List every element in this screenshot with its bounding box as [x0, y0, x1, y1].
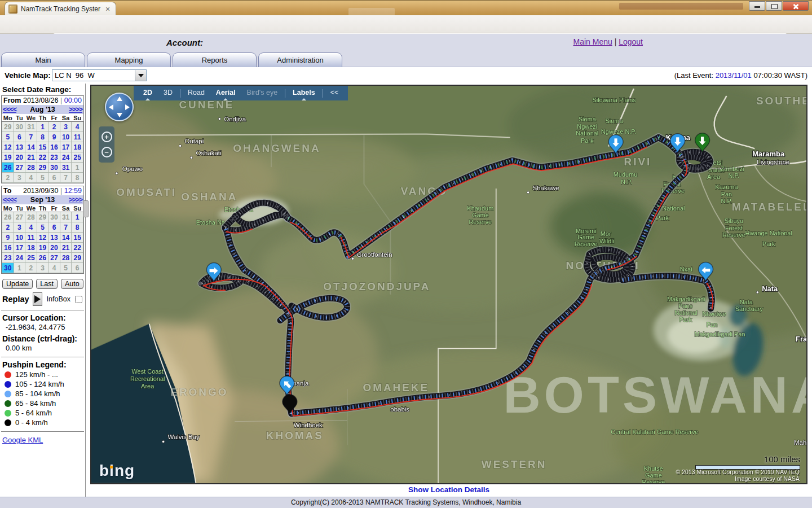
- update-button[interactable]: Update: [2, 279, 33, 289]
- calendar-day[interactable]: 4: [48, 263, 60, 273]
- calendar-day[interactable]: 3: [37, 263, 48, 273]
- calendar-day[interactable]: 13: [14, 142, 25, 152]
- calendar-day[interactable]: 26: [37, 253, 48, 263]
- to-time-link[interactable]: 12:59: [64, 187, 82, 195]
- calendar-day[interactable]: 5: [37, 173, 48, 183]
- calendar-next-link[interactable]: >>>>: [69, 196, 82, 204]
- calendar-day[interactable]: 30: [14, 122, 25, 132]
- window-minimize-button[interactable]: [749, 1, 765, 11]
- auto-button[interactable]: Auto: [61, 279, 83, 289]
- calendar-day[interactable]: 31: [25, 122, 37, 132]
- calendar-day[interactable]: 28: [25, 163, 37, 173]
- replay-play-button[interactable]: [33, 292, 42, 306]
- calendar-day[interactable]: 30: [2, 263, 14, 273]
- map-mode-3d[interactable]: 3D: [158, 86, 178, 100]
- calendar-day[interactable]: 1: [14, 263, 25, 273]
- calendar-day[interactable]: 29: [37, 212, 48, 222]
- calendar-day[interactable]: 15: [37, 142, 48, 152]
- calendar-day[interactable]: 4: [25, 222, 37, 233]
- calendar-day[interactable]: 7: [60, 222, 72, 233]
- calendar-day[interactable]: 7: [25, 132, 37, 142]
- calendar-day[interactable]: 1: [37, 122, 48, 132]
- calendar-day[interactable]: 17: [14, 243, 25, 253]
- from-time-link[interactable]: 00:00: [64, 97, 82, 104]
- calendar-day[interactable]: 5: [37, 222, 48, 233]
- calendar-day[interactable]: 8: [72, 222, 83, 233]
- sidebar-resize-grip[interactable]: [83, 200, 89, 217]
- pan-west-icon[interactable]: [109, 104, 113, 110]
- calendar-day[interactable]: 30: [48, 212, 60, 222]
- calendar-day[interactable]: 6: [14, 132, 25, 142]
- calendar-day[interactable]: 6: [48, 222, 60, 233]
- calendar-day[interactable]: 19: [37, 243, 48, 253]
- calendar-day[interactable]: 8: [37, 132, 48, 142]
- calendar-day[interactable]: 27: [48, 253, 60, 263]
- map-canvas[interactable]: CUNENESOUTHERNOHANGWENAOMUSATIOSHANAVANG…: [90, 85, 807, 484]
- calendar-day[interactable]: 9: [48, 132, 60, 142]
- calendar-day[interactable]: 24: [14, 253, 25, 263]
- pan-east-icon[interactable]: [125, 104, 130, 110]
- calendar-day[interactable]: 5: [60, 263, 72, 273]
- calendar-day[interactable]: 9: [2, 233, 14, 243]
- browser-tab[interactable]: NamTrack Tracking Syster ×: [5, 2, 116, 16]
- calendar-day[interactable]: 28: [60, 253, 72, 263]
- calendar-day[interactable]: 29: [72, 253, 83, 263]
- pan-compass-control[interactable]: [105, 93, 134, 121]
- tab-administration[interactable]: Administration: [258, 52, 342, 67]
- calendar-day[interactable]: 26: [2, 163, 14, 173]
- calendar-day[interactable]: 1: [72, 212, 83, 222]
- calendar-day[interactable]: 20: [14, 152, 25, 163]
- calendar-day[interactable]: 3: [14, 222, 25, 233]
- calendar-day[interactable]: 25: [72, 152, 83, 163]
- calendar-day[interactable]: 30: [48, 163, 60, 173]
- calendar-day[interactable]: 29: [2, 122, 14, 132]
- map-mode-2d[interactable]: 2D: [138, 86, 157, 100]
- calendar-day[interactable]: 1: [72, 163, 83, 173]
- pan-south-icon[interactable]: [117, 113, 122, 117]
- calendar-day[interactable]: 14: [25, 142, 37, 152]
- tab-close-icon[interactable]: ×: [105, 5, 110, 13]
- calendar-prev-link[interactable]: <<<<: [3, 196, 16, 204]
- calendar-day[interactable]: 22: [37, 152, 48, 163]
- calendar-day[interactable]: 19: [2, 152, 14, 163]
- calendar-day[interactable]: 24: [60, 152, 72, 163]
- vehicle-select-dropdown-button[interactable]: [135, 70, 146, 81]
- last-button[interactable]: Last: [36, 279, 58, 289]
- calendar-day[interactable]: 29: [37, 163, 48, 173]
- calendar-day[interactable]: 22: [72, 243, 83, 253]
- calendar-day[interactable]: 2: [48, 122, 60, 132]
- zoom-out-button[interactable]: −: [102, 147, 112, 157]
- main-menu-link[interactable]: Main Menu: [573, 37, 612, 46]
- calendar-day[interactable]: 6: [72, 263, 83, 273]
- calendar-day[interactable]: 31: [60, 212, 72, 222]
- calendar-day[interactable]: 4: [25, 173, 37, 183]
- map-style-aerial[interactable]: Aerial: [211, 86, 241, 100]
- calendar-day[interactable]: 3: [14, 173, 25, 183]
- calendar-day[interactable]: 17: [60, 142, 72, 152]
- zoom-in-button[interactable]: +: [102, 132, 112, 142]
- calendar-day[interactable]: 25: [25, 253, 37, 263]
- calendar-day[interactable]: 10: [14, 233, 25, 243]
- calendar-day[interactable]: 10: [60, 132, 72, 142]
- calendar-day[interactable]: 5: [2, 132, 14, 142]
- calendar-day[interactable]: 6: [48, 173, 60, 183]
- calendar-day[interactable]: 21: [25, 152, 37, 163]
- calendar-day[interactable]: 18: [72, 142, 83, 152]
- map-labels-toggle[interactable]: Labels: [288, 86, 320, 100]
- tab-reports[interactable]: Reports: [173, 52, 257, 67]
- calendar-day[interactable]: 7: [60, 173, 72, 183]
- calendar-day[interactable]: 16: [2, 243, 14, 253]
- window-close-button[interactable]: [783, 1, 809, 11]
- calendar-day[interactable]: 2: [2, 222, 14, 233]
- window-restore-button[interactable]: [766, 1, 782, 11]
- logout-link[interactable]: Logout: [619, 37, 643, 46]
- calendar-day[interactable]: 27: [14, 212, 25, 222]
- calendar-day[interactable]: 3: [60, 122, 72, 132]
- calendar-day[interactable]: 26: [2, 212, 14, 222]
- calendar-day[interactable]: 8: [72, 173, 83, 183]
- tab-mapping[interactable]: Mapping: [87, 52, 171, 67]
- calendar-day[interactable]: 18: [25, 243, 37, 253]
- calendar-day[interactable]: 11: [72, 132, 83, 142]
- vehicle-select[interactable]: LC N 96 W: [52, 69, 147, 81]
- calendar-day[interactable]: 14: [60, 233, 72, 243]
